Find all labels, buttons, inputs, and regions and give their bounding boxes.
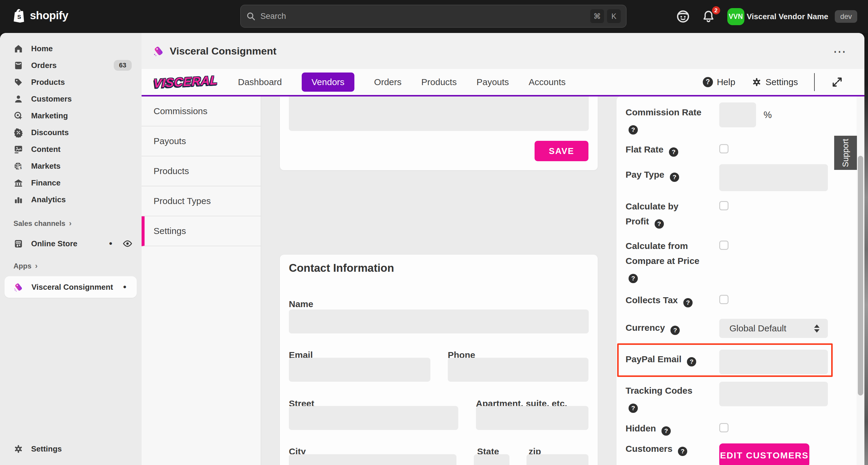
- tracking-codes-input[interactable]: [719, 382, 828, 406]
- subnav-label: Payouts: [154, 136, 186, 146]
- app-body: Commissions Payouts Products Product Typ…: [142, 96, 864, 465]
- sidebar-item-finance[interactable]: Finance: [0, 174, 142, 191]
- help-icon[interactable]: ?: [687, 357, 696, 367]
- sidebar-item-markets[interactable]: $ Markets: [0, 157, 142, 174]
- scrollbar-track[interactable]: [857, 96, 864, 465]
- subnav-item-settings[interactable]: Settings: [142, 216, 261, 246]
- sidebar-settings-label: Settings: [31, 444, 62, 454]
- help-icon: ?: [703, 77, 713, 87]
- help-icon[interactable]: ?: [628, 404, 638, 413]
- subnav-item-products[interactable]: Products: [142, 156, 261, 186]
- vendor-notes-textarea[interactable]: [289, 96, 589, 131]
- calculate-from-compare-label: Calculate from Compare at Price ?: [625, 238, 703, 284]
- apps-header[interactable]: Apps ›: [13, 261, 38, 270]
- fullscreen-expand-icon[interactable]: [831, 76, 843, 88]
- state-field[interactable]: [474, 454, 509, 465]
- label-text: Pay Type: [625, 170, 664, 179]
- help-icon[interactable]: ?: [661, 426, 671, 436]
- collects-tax-checkbox[interactable]: [719, 295, 728, 304]
- calculate-by-profit-checkbox[interactable]: [719, 201, 728, 210]
- visceral-logo[interactable]: VISCERAL: [150, 73, 221, 91]
- label-text: Hidden: [625, 423, 656, 433]
- sales-channels-header[interactable]: Sales channels ›: [13, 219, 71, 228]
- admin-frame: Home Orders 63 Products Customers Market…: [0, 33, 864, 465]
- collects-tax-label: Collects Tax ?: [625, 293, 703, 308]
- help-icon[interactable]: ?: [669, 147, 678, 157]
- sidebar-item-customers[interactable]: Customers: [0, 90, 142, 107]
- sidebar-item-settings[interactable]: Settings: [0, 440, 142, 457]
- bar-chart-icon: [13, 195, 23, 205]
- phone-field[interactable]: [448, 358, 588, 382]
- scrollbar-thumb[interactable]: [858, 156, 863, 396]
- contact-info-title: Contact Information: [289, 262, 394, 274]
- currency-select[interactable]: Global Default: [719, 319, 828, 338]
- paypal-email-input[interactable]: [719, 350, 828, 374]
- sidebar-item-discounts[interactable]: Discounts: [0, 124, 142, 141]
- app-nav-payouts[interactable]: Payouts: [476, 77, 509, 87]
- shopify-logo[interactable]: S shopify: [12, 8, 68, 23]
- sidebar-item-label: Analytics: [31, 195, 66, 204]
- subnav-item-payouts[interactable]: Payouts: [142, 126, 261, 156]
- eye-icon[interactable]: [122, 238, 133, 249]
- calculate-from-compare-checkbox[interactable]: [719, 240, 728, 250]
- account-menu[interactable]: VVN Visceral Vendor Name dev: [727, 8, 857, 25]
- name-field[interactable]: [289, 310, 589, 333]
- bank-icon: [13, 178, 23, 188]
- inbox-icon[interactable]: [676, 9, 690, 24]
- city-field[interactable]: [289, 454, 457, 465]
- sidebar-item-analytics[interactable]: Analytics: [0, 191, 142, 208]
- sidebar-item-online-store[interactable]: Online Store •: [0, 234, 142, 253]
- pay-type-label: Pay Type ?: [625, 167, 703, 182]
- help-icon[interactable]: ?: [683, 298, 692, 308]
- help-button[interactable]: ? Help: [703, 77, 735, 87]
- subnav-item-commissions[interactable]: Commissions: [142, 96, 261, 126]
- label-text: Flat Rate: [625, 144, 663, 154]
- sidebar-item-content[interactable]: Content: [0, 141, 142, 157]
- search-icon: [246, 11, 256, 21]
- pay-type-input[interactable]: [719, 164, 828, 191]
- sidebar-item-visceral-consignment[interactable]: Visceral Consignment •: [4, 276, 137, 298]
- app-nav-products[interactable]: Products: [422, 77, 457, 87]
- help-icon[interactable]: ?: [678, 447, 687, 456]
- edit-customers-button[interactable]: EDIT CUSTOMERS: [719, 443, 809, 465]
- label-text: Calculate by Profit: [625, 201, 679, 226]
- app-nav-dashboard[interactable]: Dashboard: [238, 77, 282, 87]
- flat-rate-checkbox[interactable]: [719, 144, 728, 153]
- help-icon[interactable]: ?: [655, 219, 664, 229]
- app-nav-accounts[interactable]: Accounts: [529, 77, 565, 87]
- gear-icon: [751, 77, 762, 87]
- label-text: Tracking Codes: [625, 386, 692, 396]
- apartment-field[interactable]: [476, 406, 588, 430]
- help-icon[interactable]: ?: [671, 326, 680, 335]
- svg-text:S: S: [18, 14, 21, 20]
- sidebar-item-home[interactable]: Home: [0, 40, 142, 57]
- app-tag-icon: [153, 45, 165, 57]
- zip-field[interactable]: [526, 454, 588, 465]
- app-subnav: Commissions Payouts Products Product Typ…: [142, 96, 261, 465]
- save-button[interactable]: SAVE: [534, 141, 588, 161]
- help-icon[interactable]: ?: [670, 173, 679, 182]
- sidebar-item-products[interactable]: Products: [0, 74, 142, 90]
- person-icon: [13, 94, 23, 104]
- overflow-menu-icon[interactable]: ⋯: [833, 44, 847, 59]
- commission-rate-input[interactable]: [719, 103, 756, 127]
- search-input[interactable]: [260, 12, 587, 21]
- contact-information-card: Contact Information Name Email Phone Str…: [280, 255, 598, 465]
- label-text: Collects Tax: [625, 295, 678, 305]
- support-tab[interactable]: Support: [834, 136, 857, 170]
- help-icon[interactable]: ?: [628, 274, 638, 283]
- help-icon[interactable]: ?: [628, 125, 638, 135]
- hidden-checkbox[interactable]: [719, 423, 728, 432]
- email-field[interactable]: [289, 358, 430, 382]
- global-search[interactable]: ⌘ K: [240, 5, 626, 28]
- street-field[interactable]: [289, 406, 458, 430]
- notifications-bell-icon[interactable]: 2: [702, 9, 716, 24]
- subnav-label: Commissions: [154, 106, 208, 116]
- subnav-item-product-types[interactable]: Product Types: [142, 186, 261, 216]
- app-settings-button[interactable]: Settings: [751, 77, 798, 87]
- sidebar-item-marketing[interactable]: Marketing: [0, 107, 142, 124]
- target-cursor-icon: [13, 111, 23, 121]
- app-nav-vendors[interactable]: Vendors: [302, 72, 354, 92]
- sidebar-item-orders[interactable]: Orders 63: [0, 57, 142, 74]
- app-nav-orders[interactable]: Orders: [374, 77, 402, 87]
